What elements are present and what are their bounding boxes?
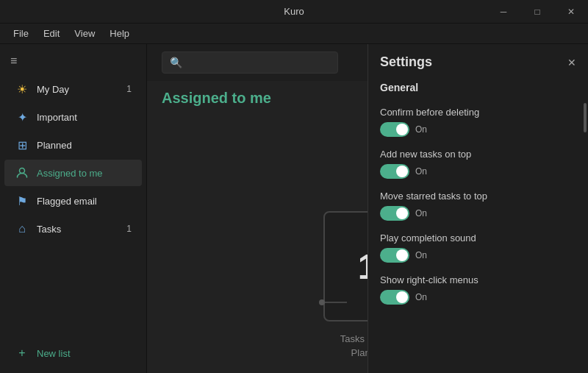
plus-icon: + (15, 346, 29, 360)
sidebar-label-important: Important (37, 112, 132, 123)
window-controls: ─ □ ✕ (487, 0, 588, 23)
settings-item-completion-sound: Play completion sound On (368, 227, 588, 269)
sidebar-item-tasks[interactable]: ⌂ Tasks 1 (4, 216, 142, 242)
scrollbar-thumb (584, 103, 587, 132)
sidebar-label-planned: Planned (37, 140, 132, 151)
menu-view[interactable]: View (67, 26, 102, 40)
new-tasks-top-toggle-row: On (380, 164, 576, 179)
menu-file[interactable]: File (6, 26, 36, 40)
completion-sound-toggle-row: On (380, 248, 576, 263)
settings-header: Settings ✕ (368, 44, 588, 77)
svg-point-0 (20, 168, 25, 174)
sidebar-label-my-day: My Day (37, 84, 126, 95)
sidebar-label-flagged: Flagged email (37, 196, 132, 207)
minimize-button[interactable]: ─ (487, 0, 520, 24)
calendar-icon: ⊞ (15, 138, 29, 152)
completion-sound-toggle[interactable] (380, 248, 409, 263)
right-click-label: Show right-click menus (380, 274, 576, 285)
sidebar-item-planned[interactable]: ⊞ Planned (4, 132, 142, 158)
menu-help[interactable]: Help (102, 26, 137, 40)
settings-item-right-click: Show right-click menus On (368, 269, 588, 310)
starred-top-toggle[interactable] (380, 206, 409, 221)
search-bar[interactable]: 🔍 (162, 51, 338, 74)
settings-close-button[interactable]: ✕ (567, 57, 576, 68)
sidebar-label-assigned: Assigned to me (37, 168, 132, 179)
settings-item-confirm-delete: Confirm before deleting On (368, 101, 588, 143)
sidebar-badge-my-day: 1 (126, 84, 132, 94)
task-dot (319, 299, 325, 305)
new-tasks-top-toggle[interactable] (380, 164, 409, 179)
right-click-toggle[interactable] (380, 290, 409, 305)
titlebar: Kuro ─ □ ✕ (0, 0, 588, 24)
app-title: Kuro (284, 6, 304, 17)
settings-panel: Settings ✕ General Confirm before deleti… (368, 44, 588, 373)
settings-section-general: General (368, 77, 588, 101)
sidebar-item-assigned-to-me[interactable]: Assigned to me (4, 160, 142, 186)
confirm-delete-toggle-row: On (380, 122, 576, 137)
person-icon (15, 166, 29, 180)
settings-item-new-tasks-top: Add new tasks on top On (368, 143, 588, 185)
confirm-delete-label: Confirm before deleting (380, 107, 576, 118)
hamburger-menu[interactable]: ≡ (0, 50, 146, 75)
starred-top-label: Move starred tasks to top (380, 191, 576, 202)
sidebar-item-flagged-email[interactable]: ⚑ Flagged email (4, 188, 142, 214)
sidebar-label-tasks: Tasks (37, 224, 126, 235)
right-click-toggle-row: On (380, 290, 576, 305)
star-icon: ✦ (15, 110, 29, 124)
confirm-delete-toggle[interactable] (380, 122, 409, 137)
sidebar-item-my-day[interactable]: ☀ My Day 1 (4, 76, 142, 102)
main-content: 🔍 Assigned to me ••• 1 Tasks assign Plan… (147, 44, 588, 373)
app-body: ≡ ☀ My Day 1 ✦ Important ⊞ Planned Assi (0, 44, 588, 373)
new-tasks-top-toggle-label: On (415, 166, 427, 177)
search-icon: 🔍 (170, 57, 182, 68)
sun-icon: ☀ (15, 82, 29, 96)
flag-icon: ⚑ (15, 193, 29, 208)
confirm-delete-toggle-label: On (415, 124, 427, 135)
completion-sound-toggle-label: On (415, 250, 427, 260)
completion-sound-label: Play completion sound (380, 232, 576, 244)
sidebar-badge-tasks: 1 (126, 224, 132, 234)
menubar: File Edit View Help (0, 24, 588, 44)
right-click-toggle-label: On (415, 292, 427, 302)
task-line (325, 302, 347, 303)
settings-title: Settings (380, 54, 432, 70)
settings-item-starred-top: Move starred tasks to top On (368, 185, 588, 227)
new-tasks-top-label: Add new tasks on top (380, 149, 576, 160)
maximize-button[interactable]: □ (520, 0, 554, 24)
close-button[interactable]: ✕ (554, 0, 588, 24)
content-title: Assigned to me (162, 90, 271, 107)
sidebar: ≡ ☀ My Day 1 ✦ Important ⊞ Planned Assi (0, 44, 147, 373)
new-list-button[interactable]: + New list (4, 340, 142, 366)
tasks-icon: ⌂ (15, 221, 29, 236)
settings-scroll-area[interactable]: General Confirm before deleting On Add n… (368, 77, 588, 373)
sidebar-item-important[interactable]: ✦ Important (4, 104, 142, 130)
new-list-label: New list (37, 348, 71, 359)
starred-top-toggle-row: On (380, 206, 576, 221)
starred-top-toggle-label: On (415, 208, 427, 219)
menu-edit[interactable]: Edit (36, 26, 67, 40)
